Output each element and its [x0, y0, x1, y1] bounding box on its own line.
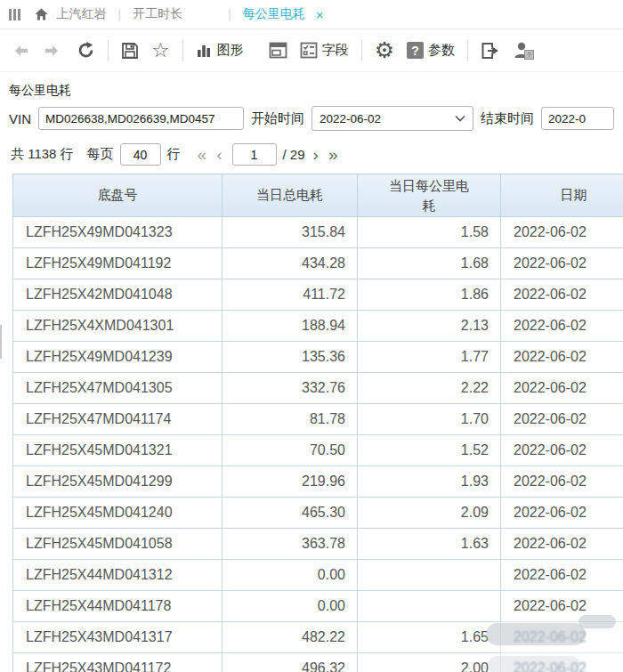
breadcrumb-item-duration[interactable]: 开工时长: [133, 6, 182, 22]
cell-daily-per-km-consumption: 1.70: [358, 404, 501, 435]
cell-chassis-no: LZFH25X44MD041312: [13, 560, 222, 591]
cell-daily-per-km-consumption: 1.93: [358, 466, 501, 498]
cell-date: 2022-06-02: [501, 373, 623, 404]
cell-chassis-no: LZFH25X49MD041239: [13, 342, 222, 373]
cell-daily-total-consumption: 482.22: [222, 622, 358, 653]
prev-page-button[interactable]: ‹: [214, 146, 223, 164]
cell-chassis-no: LZFH25X49MD041323: [13, 217, 222, 248]
cell-date: 2022-06-02: [501, 653, 623, 672]
panel-collapse-handle[interactable]: [0, 325, 2, 359]
cell-daily-total-consumption: 332.76: [222, 373, 358, 404]
cell-daily-per-km-consumption: 1.86: [358, 279, 501, 311]
table-row[interactable]: LZFH25X45MD041240465.302.092022-06-02: [13, 498, 623, 529]
table-row[interactable]: LZFH25X44MD0413120.002022-06-02: [13, 560, 623, 591]
cell-daily-total-consumption: 0.00: [222, 591, 358, 622]
cell-daily-total-consumption: 315.84: [222, 217, 358, 248]
filter-bar: VIN 开始时间 2022-06-02 结束时间: [0, 101, 623, 134]
table-row[interactable]: LZFH25X43MD041172496.322.002022-06-02: [13, 653, 623, 672]
cell-chassis-no: LZFH25X45MD041299: [13, 466, 222, 498]
save-icon[interactable]: [121, 42, 139, 60]
per-page-label: 每页: [87, 146, 114, 163]
table-row[interactable]: LZFH25X42MD041048411.721.862022-06-02: [13, 279, 623, 311]
chart-button[interactable]: 图形: [196, 42, 244, 59]
toolbar-divider: [108, 40, 109, 61]
cell-daily-total-consumption: 0.00: [222, 560, 358, 591]
cell-chassis-no: LZFH25X44MD041178: [13, 591, 222, 622]
table-row[interactable]: LZFH25X49MD041239135.361.772022-06-02: [13, 342, 623, 373]
start-time-label: 开始时间: [251, 110, 304, 127]
settings-gear-icon[interactable]: ⚙: [375, 39, 394, 61]
column-header-daily-total-consumption[interactable]: 当日总电耗: [222, 174, 358, 217]
cell-daily-total-consumption: 70.50: [222, 435, 358, 466]
column-header-date[interactable]: 日期: [501, 174, 623, 217]
cell-daily-per-km-consumption: 2.09: [358, 498, 501, 529]
chart-button-label: 图形: [217, 42, 244, 59]
per-page-input[interactable]: [120, 143, 161, 166]
column-header-chassis-no[interactable]: 底盘号: [13, 174, 222, 217]
last-page-button[interactable]: »: [327, 146, 340, 164]
user-icon[interactable]: ?: [513, 41, 532, 60]
table-row[interactable]: LZFH25X49MD041192434.281.682022-06-02: [13, 248, 623, 279]
end-time-label: 结束时间: [481, 110, 534, 127]
back-icon[interactable]: [12, 43, 30, 59]
cell-daily-total-consumption: 81.78: [222, 404, 358, 435]
table-row[interactable]: LZFH25X44MD0411780.002022-06-02: [13, 591, 623, 622]
cell-chassis-no: LZFH25X45MD041058: [13, 529, 222, 560]
table-row[interactable]: LZFH25X45MD041299219.961.932022-06-02: [13, 466, 623, 498]
cell-date: 2022-06-02: [501, 342, 623, 373]
cell-daily-per-km-consumption: [358, 591, 501, 622]
cell-daily-total-consumption: 411.72: [222, 279, 358, 311]
cell-daily-per-km-consumption: 1.63: [358, 529, 501, 560]
per-page-unit: 行: [167, 146, 181, 163]
cell-date: 2022-06-02: [501, 560, 623, 591]
home-icon[interactable]: [34, 7, 49, 21]
cell-chassis-no: LZFH25X47MD041174: [13, 404, 222, 435]
start-time-value: 2022-06-02: [320, 112, 381, 125]
cell-chassis-no: LZFH25X4XMD041301: [13, 311, 222, 342]
table-row[interactable]: LZFH25X47MD04117481.781.702022-06-02: [13, 404, 623, 435]
cell-date: 2022-06-02: [501, 404, 623, 435]
table-row[interactable]: LZFH25X49MD041323315.841.582022-06-02: [13, 217, 623, 248]
refresh-icon[interactable]: [77, 41, 95, 60]
table-row[interactable]: LZFH25X4XMD041301188.942.132022-06-02: [13, 311, 623, 342]
cell-daily-per-km-consumption: 1.77: [358, 342, 501, 373]
menu-icon[interactable]: [9, 9, 20, 20]
table-body: LZFH25X49MD041323315.841.582022-06-02LZF…: [13, 217, 623, 672]
tab-per-km-consumption[interactable]: 每公里电耗 ×: [243, 6, 324, 22]
breadcrumb-item-company[interactable]: 上汽红岩: [57, 6, 107, 22]
column-header-daily-per-km-consumption[interactable]: 当日每公里电耗: [358, 174, 501, 217]
help-icon: ?: [407, 42, 424, 59]
cell-daily-per-km-consumption: 2.22: [358, 373, 501, 404]
end-time-input[interactable]: [541, 107, 614, 130]
forward-icon[interactable]: [43, 43, 61, 59]
cell-daily-per-km-consumption: [358, 560, 501, 591]
table-row[interactable]: LZFH25X47MD041305332.762.222022-06-02: [13, 373, 623, 404]
favorite-star-icon[interactable]: ☆: [151, 40, 170, 61]
table-row[interactable]: LZFH25X45MD041058363.781.632022-06-02: [13, 529, 623, 560]
first-page-button[interactable]: «: [196, 146, 209, 164]
pagination-bar: 共 1138 行 每页 行 « ‹ / 29 › »: [0, 134, 623, 167]
cell-date: 2022-06-02: [501, 591, 623, 622]
cell-daily-total-consumption: 465.30: [222, 498, 358, 529]
close-icon[interactable]: ×: [316, 7, 324, 22]
vin-label: VIN: [9, 111, 31, 126]
bar-chart-icon: [196, 43, 213, 59]
cell-daily-per-km-consumption: 2.13: [358, 311, 501, 342]
params-button[interactable]: ? 参数: [407, 42, 455, 59]
vin-input[interactable]: [38, 107, 244, 130]
layout-panel-icon[interactable]: [269, 42, 287, 59]
page-count-text: / 29: [283, 147, 305, 162]
next-page-button[interactable]: ›: [312, 146, 320, 164]
cell-daily-total-consumption: 434.28: [222, 248, 358, 279]
cell-date: 2022-06-02: [501, 622, 623, 653]
table-row[interactable]: LZFH25X45MD04132170.501.522022-06-02: [13, 435, 623, 466]
cell-chassis-no: LZFH25X42MD041048: [13, 279, 222, 311]
current-page-input[interactable]: [232, 143, 277, 166]
page-title: 每公里电耗: [0, 72, 623, 101]
toolbar-divider: [361, 40, 362, 61]
export-icon[interactable]: [481, 42, 500, 60]
fields-button[interactable]: 字段: [300, 42, 349, 59]
data-table: 底盘号当日总电耗当日每公里电耗日期 LZFH25X49MD041323315.8…: [12, 174, 623, 672]
table-row[interactable]: LZFH25X43MD041317482.221.652022-06-02: [13, 622, 623, 653]
start-time-select[interactable]: 2022-06-02: [312, 106, 473, 131]
